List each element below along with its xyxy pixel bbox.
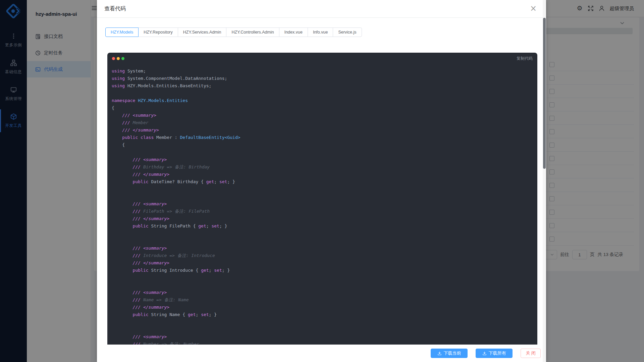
close-button[interactable]: 关 闭 <box>521 349 541 358</box>
download-current-button[interactable]: 下载当前 <box>431 349 468 358</box>
download-icon <box>482 351 487 356</box>
tab-HZY.Services.Admin[interactable]: HZY.Services.Admin <box>178 28 227 37</box>
close-icon[interactable]: × <box>530 3 537 14</box>
traffic-red-icon <box>112 57 115 60</box>
dialog-header: 查看代码 × <box>97 0 546 18</box>
dialog-title: 查看代码 <box>104 5 126 12</box>
download-all-button[interactable]: 下载所有 <box>476 349 513 358</box>
code-file-tabs: HZY.ModelsHZY.RepositoryHZY.Services.Adm… <box>105 28 362 37</box>
traffic-lights <box>112 57 124 60</box>
traffic-yellow-icon <box>117 57 120 60</box>
code-content: using System;using System.ComponentModel… <box>107 64 537 345</box>
tab-Service.js[interactable]: Service.js <box>333 28 362 37</box>
copy-code-button[interactable]: 复制代码 <box>517 56 533 61</box>
tab-Info.vue[interactable]: Info.vue <box>308 28 333 37</box>
scrollbar-thumb[interactable] <box>543 18 546 169</box>
tab-Index.vue[interactable]: Index.vue <box>279 28 308 37</box>
tab-HZY.Repository[interactable]: HZY.Repository <box>138 28 178 37</box>
traffic-green-icon <box>121 57 124 60</box>
screen: 更多示例基础信息系统管理开发工具 hzy-admin-spa-ui 接口文档定时… <box>0 0 644 362</box>
tab-HZY.Controllers.Admin[interactable]: HZY.Controllers.Admin <box>226 28 279 37</box>
code-panel-header: 复制代码 <box>107 53 537 64</box>
tab-HZY.Models[interactable]: HZY.Models <box>105 28 139 37</box>
view-code-dialog: 查看代码 × HZY.ModelsHZY.RepositoryHZY.Servi… <box>97 0 546 362</box>
code-panel: 复制代码 using System;using System.Component… <box>107 53 537 345</box>
download-icon <box>437 351 442 356</box>
dialog-scrollbar <box>543 0 546 362</box>
dialog-footer: 下载当前 下载所有 关 闭 <box>97 345 546 362</box>
